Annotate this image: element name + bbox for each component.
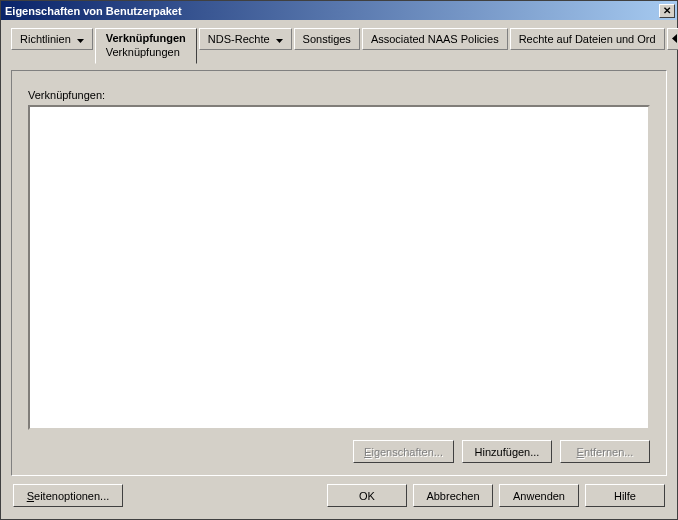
chevron-down-icon: [77, 33, 84, 45]
svg-marker-1: [276, 39, 283, 43]
tab-label: Associated NAAS Policies: [371, 33, 499, 45]
tab-richtlinien[interactable]: Richtlinien: [11, 28, 93, 50]
close-icon: ✕: [663, 6, 671, 16]
chevron-left-icon: [672, 33, 677, 45]
cancel-button[interactable]: Abbrechen: [413, 484, 493, 507]
help-button[interactable]: Hilfe: [585, 484, 665, 507]
tab-label: NDS-Rechte: [208, 33, 270, 45]
apply-button[interactable]: Anwenden: [499, 484, 579, 507]
tab-sonstiges[interactable]: Sonstiges: [294, 28, 360, 50]
properties-button: Eigenschaften...: [353, 440, 454, 463]
tab-sublabel: Verknüpfungen: [106, 46, 180, 58]
list-label: Verknüpfungen:: [28, 89, 650, 101]
add-button[interactable]: Hinzufügen...: [462, 440, 552, 463]
tab-label: Rechte auf Dateien und Ord: [519, 33, 656, 45]
associations-listbox[interactable]: [28, 105, 650, 430]
tab-scroll-buttons: [667, 28, 678, 64]
page-options-button[interactable]: Seitenoptionen...: [13, 484, 123, 507]
tab-rechte-dateien[interactable]: Rechte auf Dateien und Ord: [510, 28, 665, 50]
tab-strip: Richtlinien Verknüpfungen Verknüpfungen …: [11, 28, 667, 64]
tab-nds-rechte[interactable]: NDS-Rechte: [199, 28, 292, 50]
panel-button-row: Eigenschaften... Hinzufügen... Entfernen…: [28, 440, 650, 463]
tab-label: Richtlinien: [20, 33, 71, 45]
svg-marker-0: [77, 39, 84, 43]
tab-naas-policies[interactable]: Associated NAAS Policies: [362, 28, 508, 50]
close-button[interactable]: ✕: [659, 4, 675, 18]
tab-label: Sonstiges: [303, 33, 351, 45]
svg-marker-2: [672, 34, 677, 43]
tab-scroll-left-button[interactable]: [667, 28, 678, 50]
content-area: Richtlinien Verknüpfungen Verknüpfungen …: [1, 20, 677, 519]
dialog-button-bar: Seitenoptionen... OK Abbrechen Anwenden …: [11, 484, 667, 511]
remove-button: Entfernen...: [560, 440, 650, 463]
tab-label: Verknüpfungen: [106, 32, 186, 44]
titlebar: Eigenschaften von Benutzerpaket ✕: [1, 1, 677, 20]
ok-button[interactable]: OK: [327, 484, 407, 507]
tab-verknuepfungen[interactable]: Verknüpfungen Verknüpfungen: [95, 28, 197, 64]
window-title: Eigenschaften von Benutzerpaket: [5, 5, 182, 17]
chevron-down-icon: [276, 33, 283, 45]
dialog-window: Eigenschaften von Benutzerpaket ✕ Richtl…: [0, 0, 678, 520]
tab-panel: Verknüpfungen: Eigenschaften... Hinzufüg…: [11, 70, 667, 476]
